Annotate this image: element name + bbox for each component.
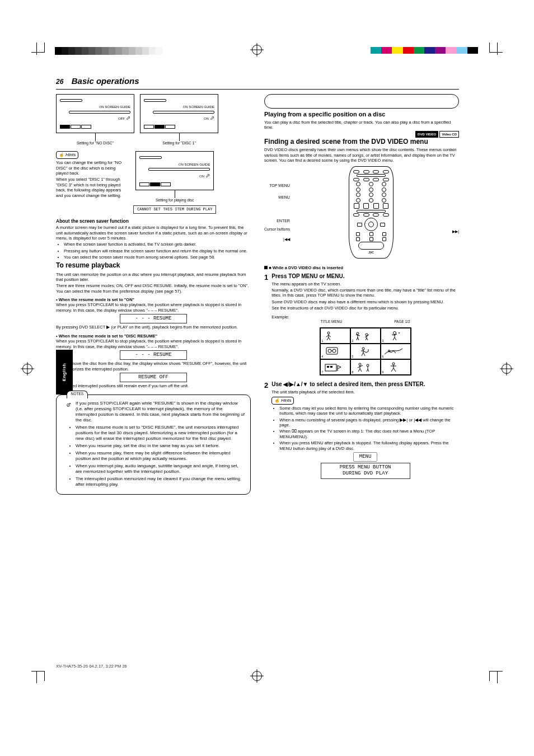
- page-number: 26: [56, 78, 63, 86]
- menu-msg-2: DURING DVD PLAY: [325, 471, 406, 477]
- digest-heading: Finding a desired scene from the DVD VID…: [264, 138, 459, 146]
- hints-badge: Hints: [271, 397, 294, 405]
- screensaver-li-3: You can select the screen saver mode fro…: [64, 255, 251, 260]
- digest-cell[interactable]: 1: [320, 328, 350, 344]
- caption-disc1: Setting for "DISC 1": [140, 141, 218, 145]
- page-header: 26 Basic operations: [56, 76, 459, 90]
- svg-point-13: [359, 363, 361, 365]
- resume-disc-t: When you press STOP/CLEAR to stop playba…: [56, 339, 251, 349]
- display-resume-1: - - - RESUME: [120, 314, 187, 323]
- label-cursor: Cursor buttons: [264, 225, 290, 233]
- digest-p1: DVD VIDEO discs generally have their own…: [264, 147, 459, 163]
- menu-button-display: MENU: [353, 452, 378, 462]
- note-1: If you press STOP/CLEAR again while "RES…: [76, 401, 245, 423]
- right-column: Playing from a specific position on a di…: [264, 94, 459, 495]
- digest-cell[interactable]: 5: [350, 344, 381, 359]
- prohibit-icon: ⊘: [67, 402, 70, 409]
- screensaver-li-2: Pressing any button will release the scr…: [64, 248, 251, 253]
- step-lead: ■ While a DVD VIDEO disc is inserted: [269, 265, 343, 270]
- step1-number: 1: [264, 273, 268, 377]
- digest-title: TITLE MENU: [321, 320, 343, 324]
- step1-t4: See the instructions of each DVD VIDEO d…: [271, 306, 459, 311]
- note-5: When you interrupt play, audio language,…: [76, 463, 245, 475]
- resume-p2: There are three resume modes; ON, OFF an…: [56, 283, 251, 294]
- cursor-icon: ⬀: [210, 115, 214, 121]
- resume-disc-h: • When the resume mode is set to "DISC R…: [56, 334, 251, 339]
- cannot-set-msg: CANNOT SET THIS ITEM DURING PLAY: [133, 205, 216, 214]
- notes-box: NOTES ⊘ If you press STOP/CLEAR again wh…: [56, 395, 251, 495]
- cursor-icon: ⬀: [205, 172, 210, 179]
- digest-cell[interactable]: 6: [381, 344, 411, 359]
- menu-msg-1: PRESS MENU BUTTON: [325, 464, 406, 471]
- setting-box-disc1: ON SCREEN GUIDE ON ⬀: [140, 94, 218, 133]
- footer-meta: XV-THA75-35-26 04.2.17, 3:22 PM 26: [56, 664, 127, 669]
- grayscale-bar: [55, 47, 162, 55]
- label-skipnext: ▶▶|: [452, 229, 459, 234]
- notes-tab: NOTES: [67, 391, 88, 398]
- svg-point-1: [357, 332, 359, 335]
- resume-on-t: When you press STOP/CLEAR to stop playba…: [56, 302, 251, 313]
- note-2: When the resume mode is set to "DISC RES…: [76, 425, 245, 442]
- svg-point-8: [362, 348, 364, 350]
- banner-sub: You can play a disc from the selected ti…: [264, 120, 459, 130]
- step2-hint-3: When ⌧ appears on the TV screen in step …: [279, 429, 459, 439]
- digest-cell[interactable]: 2: [350, 328, 381, 344]
- digest-cell[interactable]: 7: [320, 359, 350, 375]
- resume-on-t2: By pressing DVD SELECT ▶ (or PLAY on the…: [56, 325, 237, 330]
- hints-badge: Hints: [56, 151, 78, 159]
- step2-heading: Use ◀/▶/▲/▼ to select a desired item, th…: [271, 381, 459, 388]
- svg-point-6: [328, 349, 331, 353]
- step1-t2: Normally, a DVD VIDEO disc, which contai…: [271, 288, 459, 298]
- cursor-icon: ⬀: [126, 115, 130, 121]
- screensaver-heading: About the screen saver function: [56, 218, 251, 224]
- example-label: Example:: [271, 314, 459, 320]
- label-enter: ENTER: [264, 217, 290, 225]
- svg-point-3: [393, 332, 396, 335]
- caption-nodisc: Setting for "NO DISC": [56, 141, 134, 145]
- screensaver-li-1: When the screen saver function is activa…: [64, 242, 251, 247]
- caption-playing: Setting for playing disc: [133, 198, 216, 203]
- svg-point-15: [392, 363, 395, 365]
- screensaver-p1: A monitor screen may be burned out if a …: [56, 225, 251, 241]
- hints-text-2: When you select "DISC 1" through "DISC 3…: [56, 177, 129, 198]
- setting-box-nodisc: ON SCREEN GUIDE OFF ⬀: [56, 94, 134, 133]
- label-topmenu: TOP MENU: [264, 181, 290, 190]
- note-3: When you resume play, set the disc in th…: [76, 443, 245, 449]
- page-title: Basic operations: [72, 76, 139, 86]
- dvd-video-badge: DVD VIDEO: [415, 131, 438, 138]
- svg-point-7: [332, 349, 336, 353]
- step2-t: The unit starts playback of the selected…: [271, 389, 459, 395]
- resume-on-h: • When the resume mode is set to "ON": [56, 297, 251, 302]
- digest-cell[interactable]: 4: [320, 344, 350, 359]
- svg-point-14: [367, 364, 369, 367]
- step1-t3: Some DVD VIDEO discs may also have a dif…: [271, 299, 459, 304]
- digest-pageinfo: PAGE 1/2: [394, 320, 410, 324]
- setting-box-playing: ON SCREEN GUIDE ON ⬀: [135, 151, 214, 190]
- note-4: When you resume play, there may be sligh…: [76, 450, 245, 462]
- digest-cell[interactable]: 8: [350, 359, 381, 375]
- svg-point-4: [399, 332, 400, 334]
- step2-hint-2: When a menu consisting of several pages …: [279, 417, 459, 428]
- note-6: The interrupted position memorized may b…: [76, 476, 245, 487]
- color-bar: [371, 47, 478, 55]
- svg-point-0: [327, 332, 330, 334]
- resume-disc-t2: If you remove the disc from the disc tra…: [56, 361, 251, 372]
- step2-hint-1: Some discs may let you select items by e…: [279, 406, 459, 416]
- display-resume-off: RESUME OFF: [120, 373, 187, 382]
- remote-illustration: JVC: [349, 166, 394, 258]
- resume-poweroff: Memorized interrupted positions still re…: [56, 383, 251, 388]
- resume-heading: To resume playback: [56, 261, 251, 270]
- svg-rect-12: [330, 366, 332, 368]
- step1-heading: Press TOP MENU or MENU.: [271, 273, 459, 280]
- video-cd-badge: Video CD: [439, 131, 459, 138]
- section-banner: [264, 94, 459, 109]
- svg-rect-11: [327, 366, 329, 368]
- step2-number: 2: [264, 381, 268, 479]
- digest-cell[interactable]: 9: [381, 359, 411, 375]
- banner-heading: Playing from a specific position on a di…: [264, 111, 459, 119]
- label-skipprev: |◀◀: [264, 235, 290, 243]
- step1-t: The menu appears on the TV screen.: [271, 281, 459, 287]
- step2-hint-4: When you press MENU after playback is st…: [279, 440, 459, 451]
- digest-cell[interactable]: 3: [381, 328, 411, 344]
- digest-grid: 1 2 3 4 5 6 7 8 9: [320, 327, 411, 375]
